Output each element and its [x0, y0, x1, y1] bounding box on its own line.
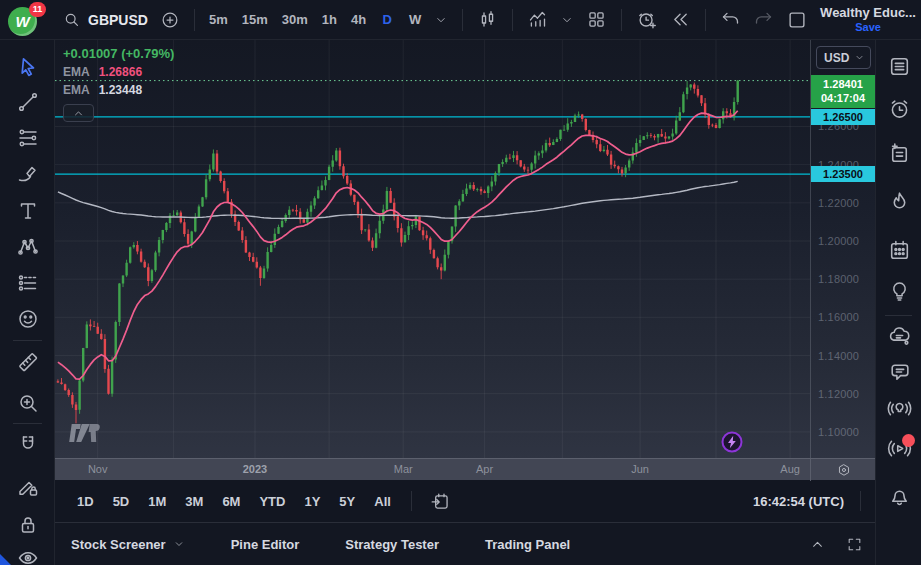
- toolbar-separator: [705, 9, 706, 31]
- forecast-tool[interactable]: [12, 267, 43, 298]
- cursor-tool[interactable]: [12, 51, 43, 82]
- emoji-tool[interactable]: [12, 303, 43, 334]
- magnet-mode-button[interactable]: [12, 429, 43, 460]
- panel-tab-label: Pine Editor: [231, 537, 300, 552]
- panel-tab-label: Strategy Tester: [345, 537, 439, 552]
- panel-tab-strategy-tester[interactable]: Strategy Tester: [345, 537, 439, 552]
- streams-panel-button[interactable]: [883, 392, 915, 424]
- minds-panel-button[interactable]: [883, 320, 915, 352]
- range-button-3M[interactable]: 3M: [177, 489, 211, 514]
- notifications-panel-button[interactable]: [883, 479, 915, 511]
- interval-button-D[interactable]: D: [374, 6, 400, 34]
- bottom-chart-toolbar: 1D5D1M3M6MYTD1Y5YAll 16:42:54 (UTC): [55, 480, 875, 522]
- interval-button-W[interactable]: W: [402, 6, 428, 34]
- text-notes-panel-button[interactable]: [883, 137, 915, 169]
- interval-button-1h[interactable]: 1h: [316, 6, 343, 34]
- ideas-icon: [887, 278, 912, 303]
- range-button-6M[interactable]: 6M: [214, 489, 248, 514]
- zoom-in-tool[interactable]: [12, 387, 43, 418]
- time-axis-label: Aug: [780, 463, 800, 475]
- ideas-panel-button[interactable]: [883, 274, 915, 306]
- symbol-search-button[interactable]: GBPUSD: [56, 6, 154, 34]
- price-scale[interactable]: USD 1.260001.240001.220001.200001.180001…: [811, 40, 875, 458]
- range-button-1D[interactable]: 1D: [69, 489, 102, 514]
- toolbar-separator: [411, 491, 412, 511]
- create-alert-button[interactable]: [630, 6, 664, 34]
- symbol-name: GBPUSD: [88, 12, 148, 28]
- currency-dropdown[interactable]: USD: [816, 46, 871, 69]
- fullscreen-icon[interactable]: [846, 536, 863, 553]
- top-toolbar: W 11 GBPUSD 5m15m30m1h4hDW Wea: [0, 0, 921, 40]
- multichart-layout-button[interactable]: [580, 6, 613, 34]
- range-button-1Y[interactable]: 1Y: [296, 489, 328, 514]
- layout-title-block[interactable]: Wealthy Educ... Save: [820, 6, 916, 34]
- live-icon: [887, 436, 912, 461]
- bar-replay-button[interactable]: [664, 6, 697, 34]
- price-tick-label: 1.12000: [818, 388, 859, 400]
- redo-button[interactable]: [747, 6, 780, 34]
- interval-menu-button[interactable]: [428, 6, 454, 34]
- range-button-1M[interactable]: 1M: [140, 489, 174, 514]
- range-button-YTD[interactable]: YTD: [251, 489, 293, 514]
- toolbar-separator: [860, 491, 861, 511]
- legend-collapse-button[interactable]: [63, 104, 94, 122]
- boost-flash-button[interactable]: [721, 431, 743, 453]
- alerts-panel-button[interactable]: [883, 93, 915, 125]
- toolbar-separator: [512, 9, 513, 31]
- panel-tab-pine-editor[interactable]: Pine Editor: [231, 537, 300, 552]
- chart-type-button[interactable]: [471, 6, 504, 34]
- indicator-templates-button[interactable]: [554, 6, 580, 34]
- measure-tool[interactable]: [12, 346, 43, 377]
- time-axis[interactable]: Nov2023MarAprJunAug: [55, 458, 875, 480]
- emoji-icon: [16, 307, 40, 331]
- clock-utc[interactable]: 16:42:54 (UTC): [753, 494, 844, 509]
- interval-button-5m[interactable]: 5m: [203, 6, 234, 34]
- economic-calendar-panel-button[interactable]: [883, 234, 915, 266]
- last-price: 1.28401: [811, 77, 875, 91]
- range-button-5Y[interactable]: 5Y: [331, 489, 363, 514]
- range-button-All[interactable]: All: [366, 489, 399, 514]
- stay-in-drawing-mode-button[interactable]: [12, 471, 43, 502]
- interval-button-30m[interactable]: 30m: [276, 6, 314, 34]
- panel-tab-stock-screener[interactable]: Stock Screener: [71, 537, 185, 552]
- layout-square-button[interactable]: [780, 6, 814, 34]
- chevron-down-icon: [560, 13, 574, 27]
- hide-drawings-icon: [16, 546, 40, 565]
- chat-icon: [887, 360, 912, 385]
- undo-button[interactable]: [714, 6, 747, 34]
- interval-button-15m[interactable]: 15m: [236, 6, 274, 34]
- chart-legend: +0.01007 (+0.79%) EMA1.26866EMA1.23448: [63, 46, 174, 122]
- text-tool[interactable]: [12, 195, 43, 226]
- minds-icon: [887, 324, 912, 349]
- pattern-tool[interactable]: [12, 231, 43, 262]
- chat-panel-button[interactable]: [883, 356, 915, 388]
- lock-all-drawings-button[interactable]: [12, 509, 43, 540]
- save-layout-link[interactable]: Save: [855, 21, 881, 34]
- calendar-arrow-icon: [430, 491, 451, 512]
- hide-drawings-button[interactable]: [12, 542, 43, 565]
- fib-retracement-tool[interactable]: [12, 122, 43, 153]
- forecast-icon: [16, 271, 40, 295]
- chart-pane[interactable]: USD 1.260001.240001.220001.200001.180001…: [55, 40, 875, 458]
- live-streams-panel-button[interactable]: [883, 432, 915, 464]
- watchlist-panel-button[interactable]: [883, 50, 915, 82]
- panel-tab-trading-panel[interactable]: Trading Panel: [485, 537, 570, 552]
- cursor-icon: [16, 55, 40, 79]
- brush-tool[interactable]: [12, 159, 43, 190]
- indicators-button[interactable]: [521, 6, 554, 34]
- go-to-date-button[interactable]: [424, 487, 457, 515]
- level-price-badge: 1.26500: [811, 109, 875, 125]
- live-red-dot: [902, 434, 915, 447]
- compare-add-symbol-button[interactable]: [154, 6, 186, 34]
- watchlist-icon: [887, 54, 912, 79]
- range-button-5D[interactable]: 5D: [105, 489, 138, 514]
- interval-button-4h[interactable]: 4h: [345, 6, 372, 34]
- hotlists-panel-button[interactable]: [883, 185, 915, 217]
- notification-badge: 11: [29, 2, 46, 17]
- chart-settings-gear-icon[interactable]: [836, 462, 852, 478]
- expand-panel-chevron-icon[interactable]: [809, 536, 826, 553]
- trend-line-tool[interactable]: [12, 86, 43, 117]
- layout-name: Wealthy Educ...: [820, 6, 916, 21]
- bottom-panel-tabs: Stock ScreenerPine EditorStrategy Tester…: [55, 522, 875, 565]
- logo-menu-button[interactable]: W 11: [8, 2, 44, 38]
